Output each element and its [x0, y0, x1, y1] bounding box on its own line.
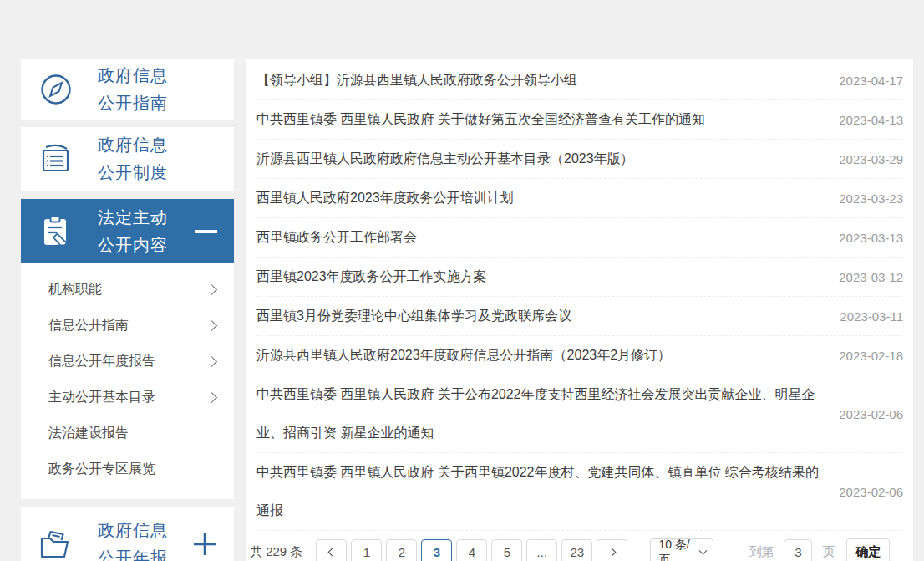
- article-link[interactable]: 西里镇2023年度政务公开工作实施方案: [256, 258, 830, 296]
- goto-label: 到第: [749, 544, 774, 560]
- collapse-icon[interactable]: [195, 230, 217, 233]
- article-link[interactable]: 沂源县西里镇人民政府2023年度政府信息公开指南（2023年2月修订）: [256, 336, 830, 375]
- subitem-label: 政务公开专区展览: [48, 461, 155, 478]
- article-date: 2023-04-13: [830, 113, 903, 127]
- sidebar-item-label: 政府信息 公开制度: [98, 131, 168, 186]
- expand-icon[interactable]: [192, 532, 217, 557]
- compass-icon: [36, 69, 76, 110]
- sidebar-subitem-info-guide[interactable]: 信息公开指南: [21, 308, 234, 344]
- list-item: 沂源县西里镇人民政府政府信息主动公开基本目录（2023年版） 2023-03-2…: [256, 140, 903, 179]
- sidebar-item-gov-info-system[interactable]: 政府信息 公开制度: [21, 127, 234, 191]
- page-button-1[interactable]: 1: [351, 539, 382, 561]
- article-date: 2023-03-13: [830, 231, 903, 245]
- sidebar-item-gov-info-guide[interactable]: 政府信息 公开指南: [21, 59, 234, 120]
- page-button-3-active[interactable]: 3: [421, 539, 452, 561]
- subitem-label: 主动公开基本目录: [48, 389, 155, 406]
- list-item: 中共西里镇委 西里镇人民政府 关于做好第五次全国经济普查有关工作的通知 2023…: [256, 100, 903, 140]
- article-date: 2023-02-18: [830, 349, 903, 363]
- sidebar-subitem-annual-report[interactable]: 信息公开年度报告: [21, 344, 234, 380]
- sidebar-subitem-org-functions[interactable]: 机构职能: [21, 272, 234, 308]
- prev-page-button[interactable]: [316, 539, 347, 561]
- article-link[interactable]: 沂源县西里镇人民政府政府信息主动公开基本目录（2023年版）: [256, 140, 830, 178]
- confirm-button[interactable]: 确定: [846, 538, 890, 561]
- article-link[interactable]: 中共西里镇委 西里镇人民政府 关于西里镇2022年度村、党建共同体、镇直单位 综…: [256, 453, 830, 530]
- subitem-label: 法治建设报告: [48, 425, 129, 442]
- article-link[interactable]: 【领导小组】沂源县西里镇人民政府政务公开领导小组: [256, 61, 830, 99]
- page-button-2[interactable]: 2: [386, 539, 417, 561]
- sidebar-subitem-special-zone[interactable]: 政务公开专区展览: [21, 451, 234, 487]
- subitem-label: 信息公开年度报告: [48, 353, 155, 370]
- article-date: 2023-03-23: [830, 191, 903, 206]
- list-item: 沂源县西里镇人民政府2023年度政府信息公开指南（2023年2月修订） 2023…: [256, 336, 903, 375]
- page-size-value: 10 条/页: [658, 538, 699, 561]
- goto-page-input[interactable]: [784, 539, 812, 561]
- page-button-23[interactable]: 23: [561, 539, 592, 561]
- article-date: 2023-04-17: [830, 74, 903, 88]
- sidebar-item-label: 政府信息 公开年报: [98, 517, 168, 561]
- folder-document-icon: [36, 524, 76, 561]
- page-button-5[interactable]: 5: [491, 539, 522, 561]
- chevron-right-icon: [206, 284, 217, 295]
- document-list-icon: [36, 139, 76, 179]
- next-page-button[interactable]: [597, 539, 627, 561]
- article-date: 2023-03-11: [830, 309, 903, 324]
- sidebar-item-label: 法定主动 公开内容: [98, 204, 168, 259]
- sidebar-item-statutory-disclosure[interactable]: 法定主动 公开内容: [21, 199, 234, 263]
- article-date: 2023-02-06: [830, 485, 903, 499]
- article-link[interactable]: 西里镇人民政府2023年度政务公开培训计划: [256, 179, 830, 217]
- page-ellipsis-button[interactable]: ...: [526, 539, 557, 561]
- article-link[interactable]: 中共西里镇委 西里镇人民政府 关于做好第五次全国经济普查有关工作的通知: [256, 100, 830, 139]
- article-date: 2023-03-12: [830, 270, 903, 284]
- chevron-right-icon: [608, 548, 617, 557]
- chevron-left-icon: [328, 548, 337, 557]
- article-link[interactable]: 西里镇3月份党委理论中心组集体学习及党政联席会议: [256, 297, 830, 335]
- subitem-label: 机构职能: [48, 281, 102, 298]
- page-button-4[interactable]: 4: [456, 539, 487, 561]
- article-list-panel: 【领导小组】沂源县西里镇人民政府政务公开领导小组 2023-04-17 中共西里…: [246, 59, 913, 561]
- sidebar-item-annual-report[interactable]: 政府信息 公开年报: [21, 507, 234, 561]
- list-item: 中共西里镇委 西里镇人民政府 关于西里镇2022年度村、党建共同体、镇直单位 综…: [256, 453, 903, 531]
- chevron-right-icon: [206, 320, 217, 331]
- chevron-right-icon: [206, 356, 217, 367]
- pagination: 共 229 条 1 2 3 4 5 ... 23 10 条/页 到第 页 确定: [250, 538, 903, 561]
- list-item: 西里镇政务公开工作部署会 2023-03-13: [256, 218, 903, 258]
- list-item: 西里镇3月份党委理论中心组集体学习及党政联席会议 2023-03-11: [256, 297, 903, 336]
- article-date: 2023-03-29: [830, 152, 903, 166]
- article-link[interactable]: 西里镇政务公开工作部署会: [256, 218, 830, 257]
- sidebar-submenu: 机构职能 信息公开指南 信息公开年度报告 主动公开基本目录 法治建设报告 政务公…: [21, 263, 234, 499]
- total-count: 共 229 条: [250, 544, 302, 560]
- sidebar: 政府信息 公开指南 政府信息 公开制度: [21, 59, 234, 561]
- article-date: 2023-02-06: [830, 407, 903, 421]
- subitem-label: 信息公开指南: [48, 317, 129, 334]
- chevron-right-icon: [206, 392, 217, 403]
- page-size-select[interactable]: 10 条/页: [650, 538, 713, 561]
- list-item: 中共西里镇委 西里镇人民政府 关于公布2022年度支持西里经济社会发展突出贡献企…: [256, 375, 903, 453]
- sidebar-item-label: 政府信息 公开指南: [98, 62, 168, 117]
- article-link[interactable]: 中共西里镇委 西里镇人民政府 关于公布2022年度支持西里经济社会发展突出贡献企…: [256, 375, 830, 452]
- list-item: 【领导小组】沂源县西里镇人民政府政务公开领导小组 2023-04-17: [256, 61, 903, 100]
- goto-suffix-label: 页: [822, 544, 835, 560]
- list-item: 西里镇2023年度政务公开工作实施方案 2023-03-12: [256, 258, 903, 297]
- sidebar-subitem-basic-catalog[interactable]: 主动公开基本目录: [21, 380, 234, 416]
- sidebar-subitem-rule-of-law-report[interactable]: 法治建设报告: [21, 416, 234, 451]
- list-item: 西里镇人民政府2023年度政务公开培训计划 2023-03-23: [256, 179, 903, 218]
- clipboard-pencil-icon: [36, 212, 76, 252]
